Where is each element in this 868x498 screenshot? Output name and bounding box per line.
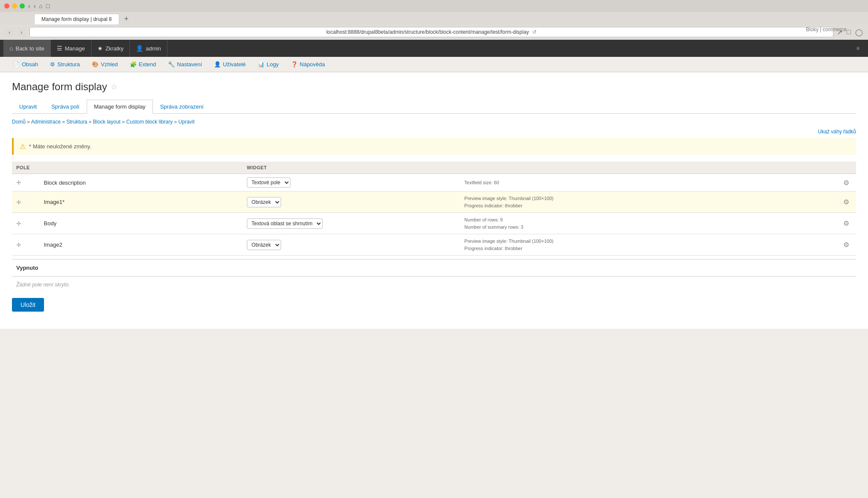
- favorite-star-icon[interactable]: ☆: [111, 82, 117, 91]
- shortcuts-label: Zkratky: [106, 45, 124, 52]
- address-bar[interactable]: localhost:8888/drupal8beta/admin/structu…: [29, 27, 834, 37]
- nav-napoveda-label: Nápověda: [300, 61, 325, 68]
- form-table: POLE WIDGET ✛ Block description Textové …: [12, 162, 856, 256]
- nav-obsah[interactable]: 📄 Obsah: [7, 57, 44, 72]
- question-icon: ❓: [291, 61, 298, 68]
- drag-handle-icon[interactable]: ✛: [16, 242, 21, 248]
- nav-struktura[interactable]: ⚙ Struktura: [44, 57, 86, 72]
- puzzle-icon: 🧩: [130, 61, 137, 68]
- browser-tab-title: Manage form display | drupal 8: [41, 16, 112, 22]
- brush-icon: 🎨: [92, 61, 99, 68]
- tab-manage-form-display[interactable]: Manage form display: [87, 100, 153, 114]
- refresh-icon[interactable]: ↺: [532, 29, 537, 35]
- home-icon[interactable]: ⌂: [39, 3, 42, 9]
- close-dot[interactable]: [4, 3, 9, 9]
- settings-gear-button[interactable]: ⚙: [841, 240, 852, 250]
- nav-uzivatele[interactable]: 👤 Uživatelé: [208, 57, 252, 72]
- breadcrumb-struktura[interactable]: Struktura: [66, 119, 87, 125]
- forward-button[interactable]: ›: [17, 28, 26, 37]
- star-nav-icon: ★: [97, 45, 103, 52]
- breadcrumb-block-layout[interactable]: Block layout: [93, 119, 120, 125]
- minimize-dot[interactable]: [12, 3, 17, 9]
- table-row: ✛ Block description Textové pole Textfie…: [12, 174, 856, 192]
- breadcrumb-domu[interactable]: Domů: [12, 119, 26, 125]
- chart-icon: 📊: [258, 61, 264, 68]
- nav-nastaveni[interactable]: 🔧 Nastavení: [162, 57, 208, 72]
- settings-gear-button[interactable]: ⚙: [841, 178, 852, 188]
- field-summary: Textfield size: 60: [464, 180, 499, 185]
- back-nav-icon[interactable]: ‹: [28, 3, 30, 9]
- widget-select[interactable]: Obrázek: [247, 197, 281, 207]
- col-summary: [460, 162, 856, 174]
- tab-sprava-zobrazeni[interactable]: Správa zobrazení: [153, 100, 211, 113]
- breadcrumb-sep3: »: [88, 119, 93, 125]
- drag-handle-icon[interactable]: ✛: [16, 220, 21, 227]
- tab-upravit-label: Upravit: [19, 103, 37, 110]
- field-name: Block description: [44, 180, 86, 186]
- widget-select[interactable]: Textová oblast se shrnutím: [247, 218, 323, 229]
- field-summary: Number of rows: 9 Number of summary rows…: [464, 216, 818, 230]
- tab-manage-form-display-label: Manage form display: [94, 103, 146, 110]
- tab-sprava-poli[interactable]: Správa polí: [44, 100, 87, 113]
- admin-toolbar: ⌂ Back to site ☰ Manage ★ Zkratky 👤 admi…: [0, 40, 868, 57]
- warning-icon: ⚠: [20, 142, 26, 150]
- table-row: ✛ Image2 Obrázek Preview image style: Th…: [12, 234, 856, 256]
- settings-gear-button[interactable]: ⚙: [841, 218, 852, 228]
- table-row: ✛ Body Textová oblast se shrnutím Number…: [12, 213, 856, 234]
- back-chevron-icon: ‹: [9, 29, 10, 35]
- home-nav-icon: ⌂: [9, 45, 13, 52]
- field-name: Image2: [44, 242, 62, 248]
- disabled-divider-bottom: [12, 276, 856, 277]
- shortcuts-link[interactable]: ★ Zkratky: [91, 40, 130, 57]
- col-widget: WIDGET: [243, 162, 460, 174]
- main-content: Manage form display ☆ Upravit Správa pol…: [0, 72, 868, 329]
- save-button[interactable]: Uložit: [12, 298, 44, 312]
- browser-tab[interactable]: Manage form display | drupal 8: [34, 14, 119, 24]
- tab-upravit[interactable]: Upravit: [12, 100, 44, 113]
- back-to-site-link[interactable]: ⌂ Back to site: [3, 40, 51, 57]
- breadcrumb-sep2: »: [62, 119, 66, 125]
- nav-struktura-label: Struktura: [57, 61, 80, 68]
- nav-uzivatele-label: Uživatelé: [223, 61, 246, 68]
- widget-select[interactable]: Textové pole: [247, 177, 290, 188]
- nav-logy[interactable]: 📊 Logy: [252, 57, 284, 72]
- breadcrumb-administrace[interactable]: Administrace: [31, 119, 61, 125]
- nav-extend-label: Extend: [139, 61, 156, 68]
- show-row-weights: Ukaž váhy řádků: [12, 128, 856, 135]
- breadcrumb-custom-block[interactable]: Custom block library: [126, 119, 173, 125]
- breadcrumb-sep4: »: [122, 119, 126, 125]
- table-row: ✛ Image1* Obrázek Preview image style: T…: [12, 192, 856, 213]
- person-icon: 👤: [214, 61, 221, 68]
- new-tab-button[interactable]: +: [124, 15, 129, 24]
- maximize-dot[interactable]: [20, 3, 25, 9]
- breadcrumb: Domů » Administrace » Struktura » Block …: [12, 119, 856, 125]
- window-icon[interactable]: □: [847, 28, 851, 36]
- page-tabs: Upravit Správa polí Manage form display …: [12, 100, 856, 114]
- manage-link[interactable]: ☰ Manage: [51, 40, 91, 57]
- settings-gear-button[interactable]: ⚙: [841, 197, 852, 207]
- col-pole: POLE: [12, 162, 243, 174]
- nav-extend[interactable]: 🧩 Extend: [124, 57, 162, 72]
- nav-vzhled[interactable]: 🎨 Vzhled: [86, 57, 124, 72]
- breadcrumb-upravit[interactable]: Upravit: [179, 119, 195, 125]
- wrench-icon: 🔧: [168, 61, 175, 68]
- nav-nastaveni-label: Nastavení: [177, 61, 202, 68]
- nav-napoveda[interactable]: ❓ Nápověda: [285, 57, 331, 72]
- back-button[interactable]: ‹: [5, 28, 14, 37]
- breadcrumb-sep5: »: [174, 119, 179, 125]
- tab-icon[interactable]: □: [46, 3, 50, 9]
- drag-handle-icon[interactable]: ✛: [16, 179, 21, 186]
- admin-label: admin: [146, 45, 161, 52]
- disabled-divider: [12, 259, 856, 259]
- forward-nav-icon[interactable]: ›: [34, 3, 36, 9]
- drag-handle-icon[interactable]: ✛: [16, 199, 21, 206]
- admin-link[interactable]: 👤 admin: [130, 40, 167, 57]
- nav-obsah-label: Obsah: [22, 61, 38, 68]
- widget-select[interactable]: Obrázek: [247, 240, 281, 250]
- page-title: Manage form display: [12, 81, 107, 93]
- field-name: Body: [44, 220, 57, 227]
- manage-label: Manage: [65, 45, 85, 52]
- no-fields-text: Žádné pole není skryto.: [12, 278, 856, 291]
- show-row-weights-link[interactable]: Ukaž váhy řádků: [818, 129, 856, 135]
- user-icon[interactable]: ◯: [855, 28, 863, 36]
